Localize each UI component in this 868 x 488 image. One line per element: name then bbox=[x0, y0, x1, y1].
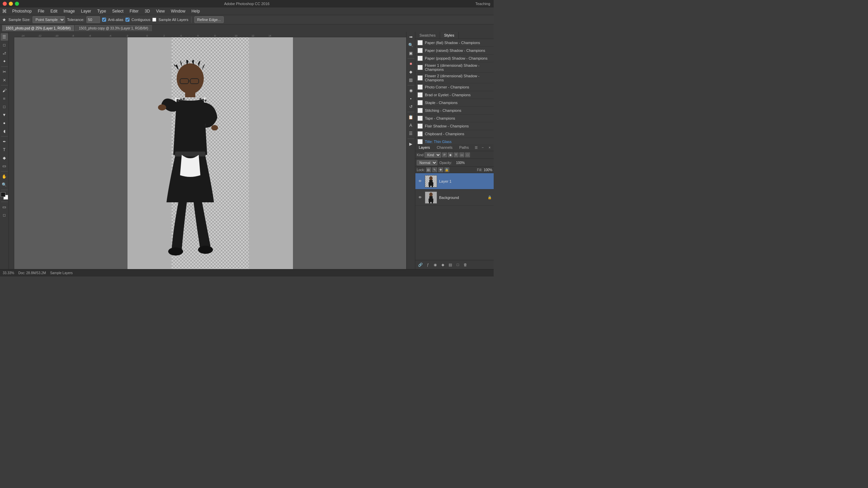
menu-window[interactable]: Window bbox=[168, 8, 188, 14]
style-item-8[interactable]: Stitching - Champions bbox=[415, 107, 494, 115]
panel-minimize-btn[interactable]: − bbox=[480, 145, 486, 150]
filter-smart-btn[interactable]: □ bbox=[465, 152, 470, 157]
style-item-1[interactable]: Paper (raised) Shadow - Champions bbox=[415, 47, 494, 55]
screen-mode-tool[interactable]: □ bbox=[1, 211, 8, 219]
crop-tool[interactable]: ✂ bbox=[1, 68, 8, 76]
filter-type-btn[interactable]: T bbox=[454, 152, 458, 157]
foreground-color[interactable] bbox=[1, 192, 5, 197]
filter-shape-btn[interactable]: ▭ bbox=[459, 152, 464, 157]
tab-swatches[interactable]: Swatches bbox=[415, 32, 440, 39]
new-layer-btn[interactable]: □ bbox=[455, 262, 461, 268]
artboard-btn[interactable]: ▣ bbox=[407, 49, 415, 57]
path-tool[interactable]: ◆ bbox=[1, 154, 8, 162]
blend-mode-select[interactable]: Normal bbox=[417, 160, 437, 165]
layer-comps-btn[interactable]: ☰ bbox=[407, 130, 415, 137]
color-picker[interactable] bbox=[1, 192, 8, 200]
menu-photoshop[interactable]: Photoshop bbox=[9, 8, 34, 14]
filter-adjustment-btn[interactable]: ◆ bbox=[448, 152, 453, 157]
background-visibility-btn[interactable]: 👁 bbox=[417, 195, 423, 200]
panel-menu-btn[interactable]: ☰ bbox=[473, 145, 479, 150]
lasso-tool[interactable]: ⥄ bbox=[1, 49, 8, 57]
canvas-wrapper[interactable]: -14 -12 -10 -8 -6 -4 -2 0 2 4 6 8 10 12 … bbox=[9, 32, 406, 269]
style-item-6[interactable]: Brad or Eyelet - Champions bbox=[415, 91, 494, 99]
lock-all-btn[interactable]: 🔒 bbox=[445, 167, 449, 172]
add-style-btn[interactable]: ƒ bbox=[425, 262, 431, 268]
arrow-right-btn[interactable]: ▶ bbox=[407, 140, 415, 148]
layers-tab-layers[interactable]: Layers bbox=[415, 144, 433, 151]
style-item-12[interactable]: Title: Thin Glass bbox=[415, 138, 494, 144]
layer-item-layer1[interactable]: 👁 Layer 1 bbox=[415, 173, 494, 189]
notes-btn[interactable]: 📋 bbox=[407, 114, 415, 121]
clone-tool[interactable]: ⌗ bbox=[1, 95, 8, 102]
tolerance-input[interactable] bbox=[86, 16, 100, 23]
layer1-visibility-btn[interactable]: 👁 bbox=[417, 179, 423, 184]
history-btn[interactable]: ↺ bbox=[407, 103, 415, 110]
blur-tool[interactable]: ● bbox=[1, 119, 8, 127]
menu-filter[interactable]: Filter bbox=[127, 8, 141, 14]
new-group-btn[interactable]: ▤ bbox=[447, 262, 453, 268]
style-item-11[interactable]: Chipboard - Champions bbox=[415, 130, 494, 138]
move-tool[interactable]: ☰ bbox=[1, 33, 8, 41]
filter-kind-select[interactable]: Kind bbox=[425, 152, 441, 158]
pen-tool[interactable]: ✒ bbox=[1, 138, 8, 145]
minimize-button[interactable] bbox=[9, 2, 13, 6]
menu-file[interactable]: File bbox=[35, 8, 47, 14]
paint-bucket-tool[interactable]: ▼ bbox=[1, 111, 8, 119]
contiguous-checkbox[interactable] bbox=[125, 18, 130, 22]
shape-tool[interactable]: ▭ bbox=[1, 162, 8, 170]
menu-layer[interactable]: Layer bbox=[78, 8, 94, 14]
char-btn[interactable]: A bbox=[407, 122, 415, 129]
style-item-4[interactable]: Flower 2 (dimensional) Shadow - Champion… bbox=[415, 73, 494, 83]
hand-tool[interactable]: ✋ bbox=[1, 173, 8, 180]
lock-position-btn[interactable]: ✚ bbox=[438, 167, 443, 172]
anti-alias-checkbox[interactable] bbox=[102, 18, 106, 22]
filter-pixel-btn[interactable]: P bbox=[442, 152, 447, 157]
style-item-5[interactable]: Photo Corner - Champions bbox=[415, 83, 494, 91]
sample-all-layers-checkbox[interactable] bbox=[152, 18, 156, 22]
rotate-view-btn[interactable]: ➡ bbox=[407, 33, 415, 41]
type-tool[interactable]: T bbox=[1, 146, 8, 154]
style-item-2[interactable]: Paper (popped) Shadow - Champions bbox=[415, 55, 494, 62]
layers-tab-channels[interactable]: Channels bbox=[433, 144, 456, 151]
layer-item-background[interactable]: 👁 Background 🔒 bbox=[415, 189, 494, 206]
tab-0[interactable]: 1503_photo.psd @ 25% (Layer 1, RGB/8#) bbox=[2, 25, 74, 31]
style-item-9[interactable]: Tape - Champions bbox=[415, 115, 494, 122]
style-item-0[interactable]: Paper (flat) Shadow - Champions bbox=[415, 39, 494, 47]
zoom-tool[interactable]: 🔍 bbox=[1, 181, 8, 188]
magic-wand-tool[interactable]: ✦ bbox=[1, 58, 8, 65]
style-item-10[interactable]: Flair Shadow - Champions bbox=[415, 122, 494, 130]
pattern-btn[interactable]: ▥ bbox=[407, 76, 415, 84]
style-item-3[interactable]: Flower 1 (dimensional) Shadow - Champion… bbox=[415, 62, 494, 73]
sample-size-select[interactable]: Point Sample bbox=[33, 16, 65, 23]
eyedropper-tool[interactable]: ⨯ bbox=[1, 76, 8, 84]
tab-styles[interactable]: Styles bbox=[440, 32, 459, 39]
eraser-tool[interactable]: □ bbox=[1, 103, 8, 110]
menu-3d[interactable]: 3D bbox=[142, 8, 153, 14]
lock-image-btn[interactable]: ✎ bbox=[432, 167, 437, 172]
brush-tool[interactable]: 🖌 bbox=[1, 87, 8, 94]
channels-btn[interactable]: ◉ bbox=[407, 87, 415, 94]
menu-type[interactable]: Type bbox=[95, 8, 109, 14]
layers-tab-paths[interactable]: Paths bbox=[456, 144, 472, 151]
delete-layer-btn[interactable]: 🗑 bbox=[462, 262, 468, 268]
paths-btn[interactable]: ▪ bbox=[407, 95, 415, 102]
new-adjustment-btn[interactable]: ◆ bbox=[440, 262, 446, 268]
quick-mask-tool[interactable]: ▭ bbox=[1, 203, 8, 211]
refine-edge-button[interactable]: Refine Edge... bbox=[194, 16, 224, 23]
lock-transparent-btn[interactable]: ▤ bbox=[426, 167, 431, 172]
menu-select[interactable]: Select bbox=[110, 8, 126, 14]
color-btn[interactable]: ■ bbox=[407, 60, 415, 67]
menu-help[interactable]: Help bbox=[189, 8, 203, 14]
zoom-btn[interactable]: 🔍 bbox=[407, 41, 415, 49]
canvas-area[interactable] bbox=[14, 37, 406, 269]
style-item-7[interactable]: Staple - Champions bbox=[415, 99, 494, 107]
add-mask-btn[interactable]: ◉ bbox=[432, 262, 438, 268]
tab-1[interactable]: 1503_photo copy @ 33.3% (Layer 1, RGB/8#… bbox=[75, 25, 152, 31]
gradient-btn[interactable]: ◆ bbox=[407, 68, 415, 76]
menu-edit[interactable]: Edit bbox=[48, 8, 60, 14]
panel-close-btn[interactable]: × bbox=[487, 145, 492, 150]
selection-tool[interactable]: □ bbox=[1, 41, 8, 49]
maximize-button[interactable] bbox=[15, 2, 19, 6]
close-button[interactable] bbox=[3, 2, 7, 6]
menu-view[interactable]: View bbox=[153, 8, 167, 14]
